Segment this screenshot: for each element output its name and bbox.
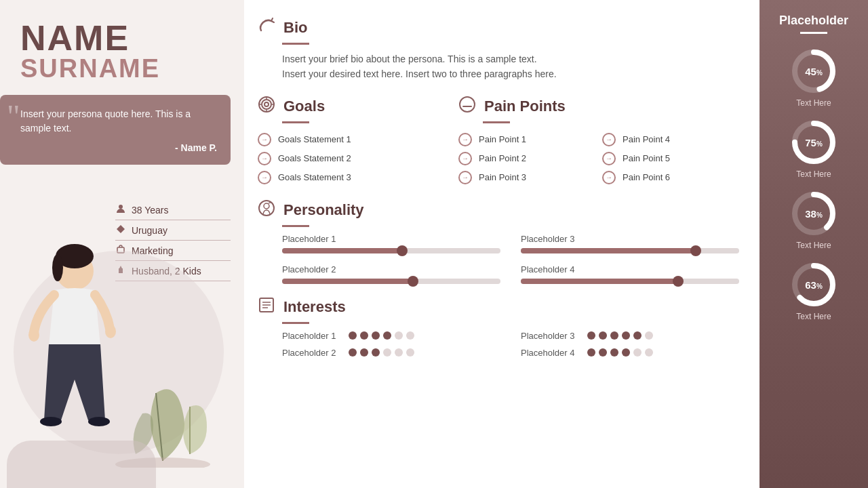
pain-item-col2-2: Pain Point 6 [602, 168, 739, 187]
pain-text: Pain Point 4 [623, 134, 670, 144]
bio-title: Bio [283, 19, 307, 37]
pain-arrow-icon [602, 133, 616, 146]
donut-wrapper-2: 38% [790, 190, 837, 237]
pain-header: Pain Points [458, 96, 739, 117]
donut-wrapper-1: 75% [790, 119, 837, 166]
dots-row-0 [349, 331, 414, 340]
donut-label-0: Text Here [796, 98, 831, 108]
slider-track-0[interactable] [282, 248, 500, 253]
info-age: 38 Years [115, 200, 231, 220]
donut-value-2: 38% [805, 208, 823, 220]
slider-1: Placeholder 2 [282, 264, 500, 284]
personality-icon [258, 199, 275, 221]
dot [610, 331, 618, 340]
dot [622, 331, 630, 340]
age-text: 38 Years [132, 205, 169, 216]
dot [372, 348, 380, 357]
interest-label-3: Placeholder 4 [521, 348, 582, 358]
interests-header: Interests [258, 296, 739, 318]
pain-item-col2-0: Pain Point 4 [602, 130, 739, 149]
donut-value-1: 75% [805, 137, 823, 148]
bottom-decoration [7, 441, 156, 488]
svg-point-15 [460, 97, 475, 112]
slider-track-1[interactable] [282, 279, 500, 284]
pain-item-col1-2: Pain Point 3 [458, 168, 595, 187]
slider-track-3[interactable] [521, 279, 739, 284]
pain-text: Pain Point 2 [479, 153, 526, 163]
goals-icon [258, 96, 275, 117]
quote-mark: " [7, 100, 20, 133]
pain-col1: Pain Point 1 Pain Point 2 Pain Point 3 [458, 130, 595, 187]
name-block: NAME SURNAME [0, 0, 244, 88]
pain-icon [458, 96, 476, 117]
goal-text: Goals Statement 1 [278, 134, 351, 144]
interests-underline [282, 322, 309, 324]
goal-arrow-icon [258, 133, 271, 146]
right-sidebar: Placeholder 45% Text Here 75% [760, 0, 868, 488]
pain-text: Pain Point 1 [479, 134, 526, 144]
dot [622, 348, 630, 357]
pain-text: Pain Point 5 [623, 153, 670, 163]
dot [587, 331, 595, 340]
dot [406, 331, 414, 340]
dot [406, 348, 414, 357]
goals-header: Goals [258, 96, 445, 117]
quote-author: - Name P. [20, 141, 217, 155]
dot [349, 348, 357, 357]
svg-point-7 [28, 328, 39, 342]
bio-header: Bio [258, 17, 739, 39]
interest-item-1: Placeholder 2 [282, 348, 500, 358]
dot [395, 331, 403, 340]
dots-row-3 [587, 348, 653, 357]
dot [372, 331, 380, 340]
dot [383, 348, 391, 357]
donut-label-2: Text Here [796, 241, 831, 250]
last-name: SURNAME [20, 56, 224, 81]
interest-label-0: Placeholder 1 [282, 331, 343, 341]
donut-item-3: 63% Text Here [790, 261, 837, 321]
pain-item-col1-1: Pain Point 2 [458, 149, 595, 168]
age-icon [115, 204, 126, 216]
slider-2: Placeholder 3 [521, 234, 739, 253]
dot [610, 348, 618, 357]
dots-row-1 [349, 348, 414, 357]
pain-arrow-icon [602, 171, 616, 184]
interests-grid: Placeholder 1 Placeholder 3 Placeholder … [282, 331, 739, 358]
svg-point-9 [40, 417, 62, 426]
goals-pain-section: Goals Goals Statement 1 Goals Statement … [258, 96, 739, 187]
pain-arrow-icon [602, 152, 616, 165]
sidebar-title: Placeholder [779, 14, 848, 28]
svg-point-18 [264, 203, 269, 209]
dot [599, 331, 607, 340]
goal-text: Goals Statement 2 [278, 153, 351, 163]
donut-label-1: Text Here [796, 169, 831, 179]
slider-label-1: Placeholder 2 [282, 264, 500, 274]
donut-wrapper-3: 63% [790, 261, 837, 308]
left-panel: NAME SURNAME " Insert your persona quote… [0, 0, 244, 488]
bio-underline [282, 43, 309, 45]
pain-text: Pain Point 3 [479, 172, 526, 182]
interest-label-2: Placeholder 3 [521, 331, 582, 341]
personality-title: Personality [283, 201, 364, 219]
dot [349, 331, 357, 340]
dot [645, 348, 653, 357]
interest-item-0: Placeholder 1 [282, 331, 500, 341]
svg-point-14 [264, 102, 269, 106]
dot [587, 348, 595, 357]
pain-arrow-icon [458, 152, 472, 165]
pain-item-col1-0: Pain Point 1 [458, 130, 595, 149]
goal-arrow-icon [258, 171, 271, 184]
quote-box: " Insert your persona quote here. This i… [0, 95, 231, 165]
slider-label-3: Placeholder 4 [521, 264, 739, 274]
slider-label-0: Placeholder 1 [282, 234, 500, 244]
svg-point-13 [262, 100, 271, 109]
slider-0: Placeholder 1 [282, 234, 500, 253]
dot [633, 331, 642, 340]
donut-value-0: 45% [805, 66, 823, 77]
personality-grid: Placeholder 1 Placeholder 3 Placeholder … [282, 234, 739, 284]
main-content: Bio Insert your brief bio about the pers… [244, 0, 760, 488]
pain-underline [483, 121, 510, 123]
slider-track-2[interactable] [521, 248, 739, 253]
donut-value-3: 63% [805, 279, 823, 291]
interest-item-2: Placeholder 3 [521, 331, 739, 341]
